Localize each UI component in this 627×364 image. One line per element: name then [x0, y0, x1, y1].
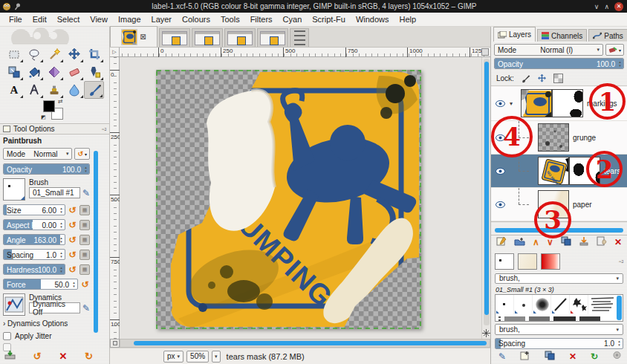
menu-windows[interactable]: Windows: [351, 13, 394, 25]
tab-channels[interactable]: Channels: [537, 29, 587, 42]
aspect-ratio-spinner[interactable]: ▴▾: [58, 220, 65, 230]
patterns-tab-swatch[interactable]: [518, 253, 537, 270]
layer-thumbnail[interactable]: [538, 123, 569, 152]
brush-item-splatter[interactable]: [570, 295, 588, 314]
brush-preview[interactable]: [3, 178, 25, 201]
ink-tool[interactable]: [84, 63, 104, 81]
brush-item-small[interactable]: [496, 295, 514, 314]
force-spinner[interactable]: ▴▾: [71, 279, 77, 289]
edit-brush-icon[interactable]: ✎: [82, 188, 90, 198]
image-tab-5[interactable]: [257, 28, 288, 47]
layer-thumbnail[interactable]: [521, 89, 552, 117]
tool-options-menu-button[interactable]: ◅: [102, 126, 106, 132]
brush-filter-input[interactable]: brush, ▾: [495, 273, 623, 285]
ruler-menu-button[interactable]: ▷: [110, 48, 120, 57]
eraser-tool[interactable]: [64, 63, 84, 81]
free-select-tool[interactable]: [24, 45, 44, 63]
aspect-ratio-slider[interactable]: Aspect Rat 0.00 ▴▾: [3, 219, 65, 230]
close-button[interactable]: ✕: [614, 2, 623, 11]
brush-grid-scrollbar[interactable]: [617, 296, 622, 320]
brush-filter2-input[interactable]: brush, ▾: [495, 324, 623, 335]
save-options-icon[interactable]: [4, 350, 16, 362]
horizontal-ruler[interactable]: 0 250 500 750 1000 1250: [120, 48, 490, 57]
foreground-color-swatch[interactable]: [43, 100, 55, 112]
force-slider[interactable]: Force 50.0 ▴▾: [3, 279, 78, 290]
layer-name[interactable]: paper: [573, 201, 592, 209]
hardness-spinner[interactable]: ▴▾: [58, 264, 65, 274]
tab-layers[interactable]: Layers: [493, 27, 536, 42]
layer-opacity-spinner[interactable]: ▴▾: [617, 59, 623, 68]
brush-item-fuzzy[interactable]: [533, 295, 551, 314]
opacity-slider[interactable]: Opacity 100.0 ▴▾: [3, 163, 90, 175]
crop-tool[interactable]: [84, 45, 104, 63]
visibility-eye-icon[interactable]: [491, 168, 510, 175]
canvas-viewport[interactable]: HUMPING: [120, 57, 481, 339]
brush-grid[interactable]: [495, 294, 623, 322]
brush-spacing-spinner[interactable]: ▴▾: [616, 339, 623, 348]
lock-pixels-icon[interactable]: [521, 74, 530, 83]
merge-down-button[interactable]: [579, 236, 589, 248]
gradients-tab-swatch[interactable]: [541, 253, 560, 270]
bpg-menu-button[interactable]: ◅: [619, 258, 623, 264]
refresh-brushes-button[interactable]: ↻: [591, 351, 598, 362]
layer-mode-switch-button[interactable]: ▾: [605, 44, 624, 56]
size-reset-icon[interactable]: ↺: [68, 205, 77, 215]
apply-jitter-checkbox[interactable]: [3, 332, 11, 340]
text-tool[interactable]: A: [4, 81, 24, 99]
brush-spacing-slider[interactable]: Spacing 1.0 ▴▾: [495, 338, 623, 349]
reset-options-icon[interactable]: ↻: [85, 351, 93, 362]
layer-mask-thumbnail[interactable]: [552, 89, 583, 117]
spacing-spinner[interactable]: ▴▾: [58, 250, 65, 259]
spacing-link-button[interactable]: ▦: [79, 250, 90, 260]
canvas-image[interactable]: HUMPING: [156, 70, 421, 329]
menu-colours[interactable]: Colours: [177, 13, 215, 25]
tool-options-scrollbar[interactable]: [94, 151, 98, 333]
brush-item-stroke[interactable]: [551, 295, 570, 314]
force-reset-icon[interactable]: ↺: [80, 279, 90, 290]
add-mask-button[interactable]: [597, 236, 607, 248]
hardness-reset-icon[interactable]: ↺: [68, 264, 77, 275]
image-tab-2[interactable]: [159, 28, 190, 47]
default-colors-icon[interactable]: ◩: [41, 114, 46, 120]
tab-close-icon[interactable]: ⊠: [140, 33, 146, 41]
menu-edit[interactable]: Edit: [27, 13, 52, 25]
gradient-tool[interactable]: [44, 63, 64, 81]
brush-name-box[interactable]: 01_Small #1: [29, 187, 80, 198]
edit-brush-button[interactable]: ✎: [498, 351, 506, 362]
visibility-eye-icon[interactable]: [491, 100, 510, 107]
canvas-vertical-scrollbar[interactable]: [484, 59, 490, 325]
new-group-button[interactable]: [514, 237, 525, 248]
swap-colors-icon[interactable]: ⇄: [58, 98, 63, 105]
menu-file[interactable]: File: [4, 13, 27, 25]
aspect-link-button[interactable]: ▦: [79, 220, 90, 230]
lock-position-icon[interactable]: [537, 74, 547, 83]
angle-reset-icon[interactable]: ↺: [68, 235, 77, 245]
move-tool[interactable]: [64, 45, 84, 63]
delete-options-icon[interactable]: ✕: [59, 351, 67, 362]
bucket-fill-tool[interactable]: [24, 63, 44, 81]
menu-tools[interactable]: Tools: [215, 13, 245, 25]
size-link-button[interactable]: ▦: [79, 205, 90, 215]
layer-opacity-slider[interactable]: Opacity 100.0 ▴▾: [494, 58, 624, 69]
paint-mode-select[interactable]: Mode Normal ▾: [3, 148, 72, 160]
blur-tool[interactable]: [64, 81, 84, 99]
mode-reset-button[interactable]: ↺▾: [74, 148, 90, 160]
lower-layer-button[interactable]: ∨: [547, 237, 553, 247]
open-brush-as-image-button[interactable]: [612, 351, 622, 362]
rectangle-select-tool[interactable]: [4, 45, 24, 63]
angle-slider[interactable]: Angle 163.00 ▴▾: [3, 234, 65, 245]
image-tab-4[interactable]: [224, 28, 256, 47]
menu-filters[interactable]: Filters: [245, 13, 278, 25]
apply-jitter-row[interactable]: Apply Jitter: [3, 332, 90, 340]
brush-grid-row2[interactable]: [496, 314, 623, 322]
menu-image[interactable]: Image: [113, 13, 146, 25]
vertical-ruler[interactable]: 0 250 500 750 1000: [110, 57, 120, 339]
delete-layer-button[interactable]: ✕: [614, 237, 622, 247]
brush-item-dot[interactable]: [514, 295, 533, 314]
transform-tool[interactable]: [4, 63, 24, 81]
delete-brush-button[interactable]: ✕: [569, 351, 576, 362]
layer-name[interactable]: grunge: [573, 134, 596, 142]
brush-item-scratch[interactable]: [588, 295, 618, 314]
menu-select[interactable]: Select: [52, 13, 85, 25]
pin-icon[interactable]: [14, 3, 21, 10]
